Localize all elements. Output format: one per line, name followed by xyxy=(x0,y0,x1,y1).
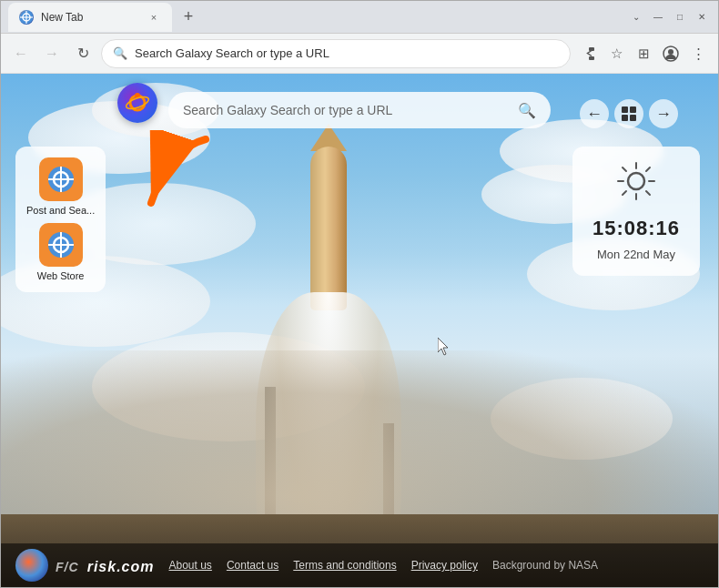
page-next-button[interactable]: → xyxy=(649,99,678,128)
maximize-button[interactable]: □ xyxy=(671,8,689,26)
footer-credit: Background by NASA xyxy=(492,559,598,572)
shortcut-webstore-label: Web Store xyxy=(37,270,85,281)
forward-button[interactable]: → xyxy=(39,41,65,66)
footer-bar: F/C risk.com About us Contact us Terms a… xyxy=(1,543,718,587)
clock-time: 15:08:16 xyxy=(592,217,680,240)
shortcut-post-icon xyxy=(39,157,83,201)
title-bar: New Tab × + ⌄ — □ ✕ xyxy=(1,1,718,34)
close-button[interactable]: ✕ xyxy=(693,8,711,26)
window-controls: ⌄ — □ ✕ xyxy=(627,8,711,26)
address-search-icon: 🔍 xyxy=(113,46,127,60)
extensions-button[interactable]: ⊞ xyxy=(631,41,656,66)
shortcut-post-and-sea[interactable]: Post and Sea... xyxy=(26,157,95,216)
chevron-down-icon[interactable]: ⌄ xyxy=(627,8,645,26)
page-prev-button[interactable]: ← xyxy=(580,99,609,128)
footer-link-privacy[interactable]: Privacy policy xyxy=(411,559,478,572)
clock-date: Mon 22nd May xyxy=(597,248,675,261)
footer-brand-text: F/C risk.com xyxy=(56,553,155,577)
footer-links: About us Contact us Terms and conditions… xyxy=(169,559,704,572)
new-tab-button[interactable]: + xyxy=(176,5,201,30)
galaxy-logo xyxy=(117,83,157,123)
shortcut-post-label: Post and Sea... xyxy=(26,205,95,216)
newtab-search-bar[interactable]: Search Galaxy Search or type a URL 🔍 xyxy=(168,92,551,128)
footer-link-terms[interactable]: Terms and conditions xyxy=(293,559,396,572)
newtab-search-icon: 🔍 xyxy=(518,102,536,119)
smoke-ground xyxy=(1,350,718,532)
shortcut-webstore-icon xyxy=(39,223,83,267)
footer-link-contact[interactable]: Contact us xyxy=(227,559,278,572)
share-button[interactable] xyxy=(576,41,602,66)
svg-point-7 xyxy=(668,49,673,55)
svg-rect-14 xyxy=(622,115,628,121)
shortcut-web-store[interactable]: Web Store xyxy=(26,223,95,281)
browser-window: New Tab × + ⌄ — □ ✕ ← → ↻ 🔍 Search Galax… xyxy=(0,0,719,588)
tab-title: New Tab xyxy=(41,11,139,24)
svg-rect-5 xyxy=(589,56,594,60)
menu-button[interactable]: ⋮ xyxy=(685,41,711,66)
clock-widget: 15:08:16 Mon 22nd May xyxy=(572,147,700,276)
profile-button[interactable] xyxy=(658,41,684,66)
page-content: Search Galaxy Search or type a URL 🔍 ← → xyxy=(1,74,718,587)
nav-right-icons: ☆ ⊞ ⋮ xyxy=(576,41,711,66)
browser-tab[interactable]: New Tab × xyxy=(8,3,172,32)
sun-icon xyxy=(616,161,656,209)
footer-logo xyxy=(15,549,48,582)
svg-rect-4 xyxy=(589,47,594,51)
tab-favicon xyxy=(19,10,34,25)
svg-line-32 xyxy=(623,191,626,195)
nav-bar: ← → ↻ 🔍 Search Galaxy Search or type a U… xyxy=(1,34,718,74)
shortcuts-panel: Post and Sea... Web Store xyxy=(15,147,106,292)
bookmark-button[interactable]: ☆ xyxy=(603,41,629,66)
refresh-button[interactable]: ↻ xyxy=(70,41,96,66)
svg-line-31 xyxy=(646,167,650,171)
tab-close-button[interactable]: × xyxy=(147,10,161,25)
svg-rect-12 xyxy=(622,106,628,113)
footer-link-about[interactable]: About us xyxy=(169,559,212,572)
newtab-search-placeholder: Search Galaxy Search or type a URL xyxy=(183,103,511,117)
back-button[interactable]: ← xyxy=(8,41,34,66)
address-text: Search Galaxy Search or type a URL xyxy=(135,46,559,60)
page-pages-button[interactable] xyxy=(614,99,643,128)
svg-line-30 xyxy=(646,191,650,195)
svg-line-29 xyxy=(623,167,626,171)
svg-rect-13 xyxy=(630,106,636,113)
address-bar[interactable]: 🔍 Search Galaxy Search or type a URL xyxy=(101,39,571,68)
svg-rect-15 xyxy=(630,115,636,121)
minimize-button[interactable]: — xyxy=(649,8,667,26)
rocket-body xyxy=(310,147,347,310)
svg-point-24 xyxy=(628,173,644,189)
